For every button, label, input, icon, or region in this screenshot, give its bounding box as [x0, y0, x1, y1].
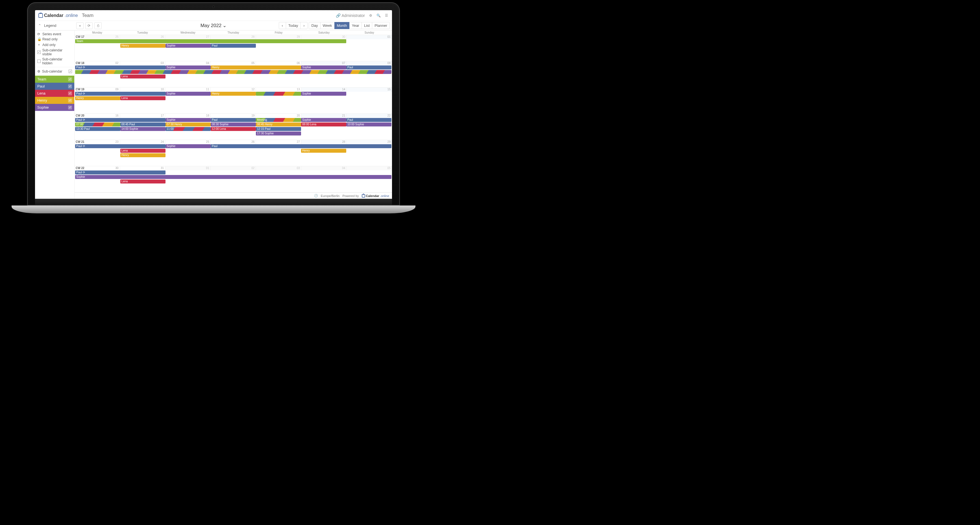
subcal-item-sophie[interactable]: Sophie✓	[35, 104, 74, 111]
day-cell[interactable]: 26	[120, 35, 165, 39]
day-cell[interactable]: 14	[301, 87, 347, 92]
calendar-event[interactable]: 11:00	[165, 127, 211, 131]
timezone-label[interactable]: Europe/Berlin	[321, 194, 340, 198]
calendar-event[interactable]: Paul	[75, 170, 165, 174]
calendar-event[interactable]: 08:45 Henry	[256, 122, 301, 127]
calendar-event[interactable]: Sophie	[75, 175, 391, 179]
calendar-event[interactable]: Paul	[211, 144, 391, 148]
gear-icon[interactable]: ⚙	[37, 70, 40, 73]
day-cell[interactable]: 10	[120, 87, 165, 92]
calendar-event[interactable]: Lena	[120, 179, 165, 184]
day-cell[interactable]: CW 2230	[75, 166, 120, 170]
calendar-event[interactable]	[75, 70, 391, 74]
prev-button[interactable]: ‹	[279, 22, 286, 29]
month-picker[interactable]: May 2022 ⌄	[200, 22, 227, 29]
view-year-button[interactable]: Year	[349, 22, 362, 29]
calendar-event[interactable]: 13:30 Paul	[75, 127, 120, 131]
next-button[interactable]: ›	[300, 22, 307, 29]
calendar-event[interactable]: 14:00 Sophie	[120, 127, 165, 131]
calendar-event[interactable]: Lena	[120, 149, 165, 153]
day-cell[interactable]: 28	[301, 140, 347, 144]
calendar-event[interactable]: Sophie	[301, 118, 346, 122]
view-week-button[interactable]: Week	[320, 22, 335, 29]
checkbox-icon[interactable]: ✓	[68, 92, 72, 95]
calendar-event[interactable]: 12:00 Lena	[211, 127, 256, 131]
checkbox-icon[interactable]: ✓	[68, 77, 72, 81]
day-cell[interactable]: 28	[211, 35, 256, 39]
day-cell[interactable]: CW 1909	[75, 87, 120, 92]
calendar-event[interactable]: Lena	[120, 75, 165, 78]
refresh-button[interactable]: ⟳	[85, 22, 92, 29]
day-cell[interactable]: 31	[120, 166, 165, 170]
day-cell[interactable]: 05	[211, 61, 256, 65]
calendar-event[interactable]: Paul	[211, 44, 256, 48]
calendar-event[interactable]: Sophie	[165, 44, 211, 48]
day-cell[interactable]: 08	[347, 61, 392, 65]
view-month-button[interactable]: Month	[334, 22, 350, 29]
calendar-event[interactable]: 10:00 Sophie	[346, 122, 391, 127]
calendar-event[interactable]: Paul	[346, 118, 391, 122]
day-cell[interactable]: 05	[347, 166, 392, 170]
calendar-event[interactable]	[256, 92, 301, 96]
calendar-event[interactable]: Sophie	[165, 118, 211, 122]
gear-icon[interactable]: ⚙	[368, 13, 373, 18]
day-cell[interactable]: 01	[347, 35, 392, 39]
calendar-event[interactable]: 08:45 Paul	[120, 122, 165, 127]
day-cell[interactable]: 15	[347, 87, 392, 92]
day-cell[interactable]: 18	[165, 114, 211, 118]
calendar-event[interactable]: Paul	[75, 118, 165, 122]
calendar-event[interactable]: Paul	[75, 65, 165, 70]
subcal-item-lena[interactable]: Lena✓	[35, 90, 74, 97]
subcal-item-paul[interactable]: Paul✓	[35, 83, 74, 90]
calendar-event[interactable]: Lena	[120, 96, 165, 100]
day-cell[interactable]: 27	[256, 140, 301, 144]
day-cell[interactable]: 02	[211, 166, 256, 170]
day-cell[interactable]: 12	[211, 87, 256, 92]
footer-logo[interactable]: Calendar.online	[362, 194, 390, 198]
day-cell[interactable]: CW 2123	[75, 140, 120, 144]
day-cell[interactable]: 19	[211, 114, 256, 118]
day-cell[interactable]: 26	[211, 140, 256, 144]
calendar-event[interactable]: Sophie	[301, 92, 346, 96]
admin-link[interactable]: 🔗 Administrator	[336, 13, 365, 18]
day-cell[interactable]: 20	[256, 114, 301, 118]
day-cell[interactable]: 01	[165, 166, 211, 170]
calendar-event[interactable]: 08:00 Lena	[301, 122, 346, 127]
day-cell[interactable]: 29	[256, 35, 301, 39]
today-button[interactable]: Today	[286, 22, 301, 29]
calendar-event[interactable]: Team	[75, 39, 346, 43]
day-cell[interactable]: 24	[120, 140, 165, 144]
day-cell[interactable]: 04	[301, 166, 347, 170]
calendar-event[interactable]: Henry	[301, 149, 346, 153]
checkbox-icon[interactable]: ✓	[68, 84, 72, 88]
calendar-event[interactable]: 17:30 Sophie	[256, 132, 301, 135]
day-cell[interactable]: CW 1725	[75, 35, 120, 39]
calendar-event[interactable]: Sophie	[165, 92, 211, 96]
subcal-toggle-all[interactable]: ✓	[68, 70, 72, 73]
calendar-event[interactable]: Paul	[211, 118, 256, 122]
calendar-event[interactable]: Paul	[75, 144, 165, 148]
day-cell[interactable]: 22	[347, 114, 392, 118]
menu-icon[interactable]: ☰	[384, 13, 388, 18]
checkbox-icon[interactable]: ✓	[68, 98, 72, 103]
view-planner-button[interactable]: Planner	[372, 22, 390, 29]
day-cell[interactable]: 07	[301, 61, 347, 65]
day-cell[interactable]: 13	[256, 87, 301, 92]
subcal-item-henry[interactable]: Henry✓	[35, 97, 74, 104]
day-cell[interactable]: CW 1802	[75, 61, 120, 65]
collapse-icon[interactable]: ⌃	[37, 24, 42, 28]
calendar-event[interactable]: Sophie	[165, 144, 211, 148]
day-cell[interactable]: 06	[256, 61, 301, 65]
day-cell[interactable]: CW 2016	[75, 114, 120, 118]
day-cell[interactable]: 21	[301, 114, 347, 118]
day-cell[interactable]: 27	[165, 35, 211, 39]
calendar-event[interactable]: Henry	[120, 44, 165, 48]
view-day-button[interactable]: Day	[309, 22, 320, 29]
calendar-event[interactable]: Henry	[75, 96, 120, 100]
calendar-event[interactable]: Meeting	[256, 118, 301, 122]
calendar-event[interactable]: Henry	[211, 92, 256, 96]
calendar-event[interactable]: Henry	[211, 65, 301, 70]
day-cell[interactable]: 29	[347, 140, 392, 144]
print-button[interactable]: ⎙	[94, 22, 102, 29]
calendar-event[interactable]: Paul	[75, 92, 165, 96]
